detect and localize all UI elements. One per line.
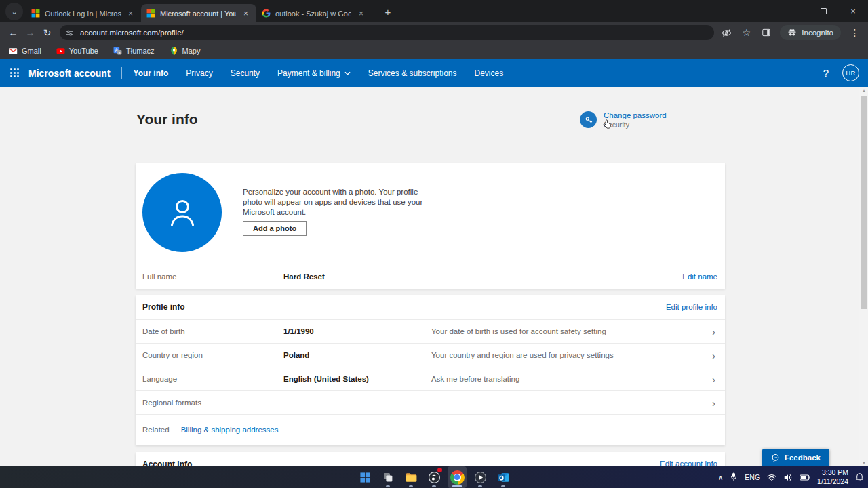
- nav-item-privacy[interactable]: Privacy: [177, 59, 221, 87]
- row-country-region[interactable]: Country or region Poland Your country an…: [136, 344, 725, 367]
- google-favicon-icon: [262, 9, 271, 18]
- start-button[interactable]: [355, 466, 374, 488]
- brand-title[interactable]: Microsoft account: [28, 68, 111, 79]
- nav-item-services-subscriptions[interactable]: Services & subscriptions: [359, 59, 466, 87]
- related-row: Related Billing & shipping addresses: [136, 415, 725, 444]
- scroll-down-icon[interactable]: ▼: [859, 460, 868, 465]
- full-name-label: Full name: [136, 272, 283, 281]
- chevron-right-icon[interactable]: ›: [712, 327, 725, 337]
- tray-chevron-up-icon[interactable]: ∧: [718, 474, 723, 481]
- site-settings-icon[interactable]: [63, 26, 75, 39]
- translate-icon: Aa: [113, 47, 122, 56]
- row-date-of-birth[interactable]: Date of birth 1/1/1990 Your date of birt…: [136, 320, 725, 344]
- outlook-button[interactable]: [494, 466, 513, 488]
- page-title: Your info: [136, 111, 198, 127]
- microphone-icon[interactable]: [730, 472, 738, 482]
- side-panel-icon[interactable]: [757, 24, 774, 41]
- page-scrollbar[interactable]: ▲ ▼: [859, 87, 868, 466]
- bookmark-maps[interactable]: Mapy: [170, 47, 201, 56]
- row-language[interactable]: Language English (United States) Ask me …: [136, 367, 725, 391]
- edit-name-link[interactable]: Edit name: [682, 272, 725, 281]
- nav-right-cluster: ? HR: [823, 64, 868, 81]
- feedback-button[interactable]: Feedback: [762, 449, 829, 466]
- bookmark-gmail[interactable]: Gmail: [9, 47, 41, 56]
- running-indicator: [478, 485, 482, 487]
- address-bar[interactable]: account.microsoft.com/profile/: [60, 25, 714, 40]
- forward-button[interactable]: →: [22, 24, 39, 41]
- row-label: Language: [136, 375, 283, 383]
- chevron-right-icon[interactable]: ›: [712, 398, 725, 408]
- tab-close-icon[interactable]: ×: [356, 8, 366, 18]
- wifi-icon[interactable]: [767, 474, 776, 481]
- task-view-button[interactable]: [378, 466, 397, 488]
- media-player-button[interactable]: [471, 466, 490, 488]
- eye-off-icon[interactable]: [718, 24, 735, 41]
- row-value: English (United States): [283, 375, 431, 383]
- youtube-icon: [56, 47, 65, 56]
- bookmark-label: Tłumacz: [126, 47, 155, 55]
- star-icon: ☆: [743, 27, 751, 38]
- app-launcher-waffle-icon[interactable]: [0, 59, 28, 87]
- back-button[interactable]: ←: [5, 24, 22, 41]
- bookmark-translate[interactable]: Aa Tłumacz: [113, 47, 155, 56]
- close-window-button[interactable]: ×: [838, 0, 868, 22]
- incognito-badge[interactable]: Incognito: [780, 25, 841, 40]
- browser-tab-outlook-login[interactable]: Outlook Log In | Microsoft 365 ×: [26, 4, 141, 22]
- clock-date[interactable]: 3:30 PM 1/11/2024: [817, 468, 848, 486]
- minimize-button[interactable]: –: [778, 0, 808, 22]
- language-indicator[interactable]: ENG: [745, 473, 760, 481]
- photo-card: Personalize your account with a photo. Y…: [136, 163, 725, 289]
- row-value: Poland: [283, 351, 431, 359]
- add-photo-button[interactable]: Add a photo: [243, 221, 307, 236]
- help-icon[interactable]: ?: [823, 67, 829, 79]
- toolbar-right-cluster: ☆ Incognito ⋮: [718, 24, 863, 41]
- profile-avatar[interactable]: [142, 173, 222, 252]
- chrome-button-active[interactable]: [448, 466, 467, 488]
- tab-title: outlook - Szukaj w Google: [275, 9, 351, 18]
- notification-bell-icon[interactable]: [855, 472, 864, 482]
- bookmark-youtube[interactable]: YouTube: [56, 47, 98, 56]
- tab-close-icon[interactable]: ×: [241, 8, 251, 18]
- battery-icon[interactable]: [800, 474, 810, 481]
- account-avatar[interactable]: HR: [842, 64, 859, 81]
- reload-button[interactable]: ↻: [39, 24, 56, 41]
- browser-menu-icon[interactable]: ⋮: [846, 24, 863, 41]
- nav-item-security[interactable]: Security: [222, 59, 269, 87]
- row-label: Regional formats: [136, 399, 283, 407]
- obs-alert-badge: [437, 468, 442, 472]
- microsoft-account-navbar: Microsoft account Your info Privacy Secu…: [0, 59, 868, 87]
- running-indicator: [432, 485, 436, 487]
- browser-tab-google-search[interactable]: outlook - Szukaj w Google ×: [256, 4, 372, 22]
- obs-studio-button[interactable]: [425, 466, 443, 488]
- bookmark-star-icon[interactable]: ☆: [738, 24, 755, 41]
- incognito-icon: [787, 28, 797, 37]
- restore-button[interactable]: [808, 0, 838, 22]
- chevron-right-icon[interactable]: ›: [712, 350, 725, 361]
- browser-tab-ms-account-active[interactable]: Microsoft account | Your profile ×: [141, 4, 256, 22]
- edit-account-info-link[interactable]: Edit account info: [660, 460, 717, 466]
- nav-item-label: Devices: [475, 68, 504, 78]
- volume-icon[interactable]: [783, 473, 793, 482]
- profile-info-header: Profile info Edit profile info: [136, 295, 725, 320]
- change-password-block[interactable]: Change password Security: [580, 111, 667, 129]
- billing-shipping-link[interactable]: Billing & shipping addresses: [181, 426, 279, 434]
- account-info-title: Account info: [142, 460, 192, 466]
- scrollbar-thumb[interactable]: [861, 96, 867, 309]
- security-sub-link[interactable]: Security: [604, 121, 667, 129]
- full-name-row: Full name Hard Reset Edit name: [136, 264, 725, 289]
- running-indicator: [386, 485, 390, 487]
- edit-profile-info-link[interactable]: Edit profile info: [666, 303, 725, 311]
- nav-item-your-info[interactable]: Your info: [125, 59, 178, 87]
- row-regional-formats[interactable]: Regional formats ›: [136, 391, 725, 415]
- change-password-link[interactable]: Change password: [604, 111, 667, 119]
- microsoft-favicon-icon: [146, 9, 155, 18]
- new-tab-button[interactable]: +: [379, 3, 397, 20]
- nav-item-payment-billing[interactable]: Payment & billing: [269, 59, 359, 87]
- tab-search-button[interactable]: ⌄: [5, 3, 23, 20]
- tab-close-icon[interactable]: ×: [125, 8, 136, 18]
- scroll-up-icon[interactable]: ▲: [859, 88, 868, 93]
- url-text[interactable]: account.microsoft.com/profile/: [80, 28, 184, 37]
- file-explorer-button[interactable]: [401, 466, 420, 488]
- chevron-right-icon[interactable]: ›: [712, 374, 725, 384]
- nav-item-devices[interactable]: Devices: [466, 59, 513, 87]
